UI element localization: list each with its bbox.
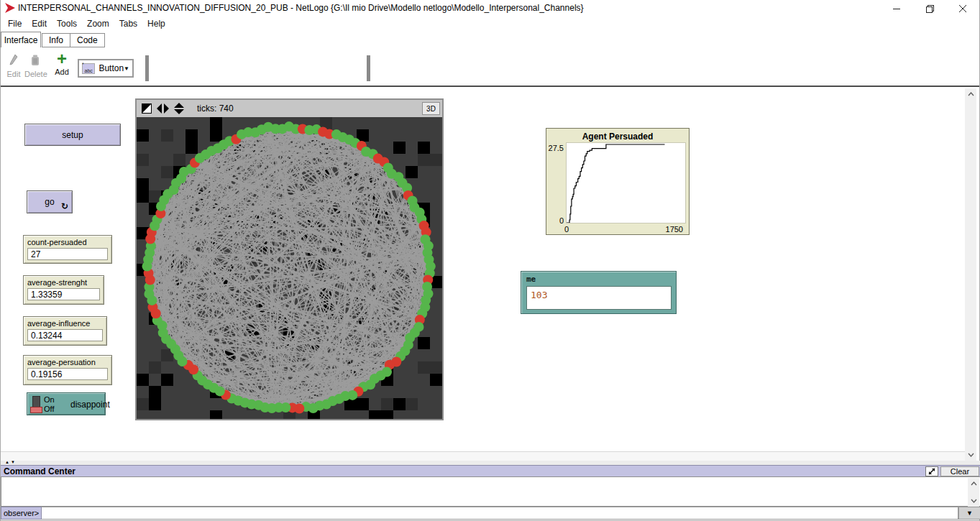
- tab-info[interactable]: Info: [42, 34, 70, 47]
- vertical-scrollbar[interactable]: [965, 88, 976, 461]
- button-widget-icon: *abc: [82, 63, 95, 74]
- scroll-up-icon[interactable]: [965, 88, 976, 100]
- netlogo-logo-icon: [4, 2, 16, 14]
- trash-icon: [30, 54, 40, 67]
- scroll-up-icon[interactable]: [968, 478, 979, 489]
- command-input[interactable]: [42, 507, 958, 520]
- dropdown-arrow-icon: ▼: [966, 510, 973, 517]
- tab-code[interactable]: Code: [70, 34, 104, 47]
- menu-file[interactable]: File: [3, 17, 27, 31]
- observer-prompt-label: observer>: [1, 507, 42, 520]
- monitor-value: 0.13244: [27, 329, 103, 341]
- interface-canvas: setup go ↻ count-persuaded 27 average-st…: [1, 88, 965, 450]
- toolbar-separator: [367, 55, 370, 81]
- edit-widget-button[interactable]: Edit: [4, 54, 24, 78]
- plot-area: [566, 142, 686, 223]
- add-widget-button[interactable]: + Add: [51, 52, 73, 76]
- widget-type-dropdown[interactable]: *abc Button ▼: [78, 59, 134, 78]
- switch-off-label: Off: [44, 405, 55, 414]
- menu-zoom[interactable]: Zoom: [82, 17, 114, 31]
- scroll-down-icon[interactable]: [965, 449, 976, 461]
- command-center-header: Command Center Clear: [1, 465, 980, 476]
- minimize-button[interactable]: [880, 0, 913, 17]
- delete-widget-button[interactable]: Delete: [24, 54, 46, 78]
- x-axis-max-label: 1750: [666, 225, 683, 234]
- setup-button[interactable]: setup: [24, 124, 121, 146]
- switch-knob-off[interactable]: [30, 407, 42, 413]
- menu-tools[interactable]: Tools: [52, 17, 82, 31]
- tab-bar: Interface Info Code: [1, 32, 979, 47]
- resize-corner-icon: [142, 103, 152, 114]
- output-scrollbar[interactable]: [968, 478, 979, 507]
- input-label: me: [526, 275, 536, 284]
- netlogo-window: INTERPERSONAL_CHANNELS_INNOVATION_DIFFUS…: [0, 0, 980, 521]
- plot-title: Agent Persuaded: [546, 132, 689, 142]
- disappoint-switch[interactable]: On Off disappoint: [27, 392, 106, 415]
- clear-button[interactable]: Clear: [940, 466, 979, 476]
- go-button[interactable]: go ↻: [27, 190, 73, 213]
- observer-prompt-row: observer> ▼: [1, 507, 980, 520]
- resize-horizontal-icon: [157, 103, 169, 114]
- divider-handle-icon[interactable]: ▲▼: [5, 460, 17, 464]
- monitor-value: 0.19156: [27, 368, 108, 380]
- monitor-count-persuaded: count-persuaded 27: [23, 235, 112, 264]
- me-input-field[interactable]: [527, 287, 671, 300]
- toolbar: Edit Delete + Add *abc Button ▼ normal s…: [1, 47, 979, 87]
- menu-help[interactable]: Help: [142, 17, 170, 31]
- switch-on-label: On: [44, 395, 55, 405]
- switch-name: disappoint: [70, 400, 110, 410]
- window-title: INTERPERSONAL_CHANNELS_INNOVATION_DIFFUS…: [18, 3, 584, 13]
- agent-type-dropdown[interactable]: ▼: [958, 507, 980, 520]
- expand-icon: [928, 468, 935, 475]
- menu-edit[interactable]: Edit: [27, 17, 52, 31]
- y-axis-max-label: 27.5: [546, 144, 564, 152]
- horizontal-scrollbar[interactable]: [1, 451, 965, 461]
- pencil-icon: [9, 54, 19, 67]
- scroll-down-icon[interactable]: [968, 495, 979, 507]
- ticks-counter: ticks: 740: [197, 103, 234, 114]
- monitor-average-strenght: average-strenght 1.33359: [23, 275, 104, 305]
- menu-tabs[interactable]: Tabs: [114, 17, 142, 31]
- y-axis-min-label: 0: [551, 216, 564, 225]
- world-view: [137, 117, 442, 419]
- world-view-header: ticks: 740 3D: [137, 100, 442, 117]
- tab-interface[interactable]: Interface: [1, 32, 41, 47]
- monitor-average-persuation: average-persuation 0.19156: [23, 355, 112, 385]
- input-field-frame: [526, 286, 672, 310]
- dropdown-arrow-icon: ▼: [124, 65, 129, 72]
- titlebar: INTERPERSONAL_CHANNELS_INNOVATION_DIFFUS…: [1, 0, 979, 16]
- me-input-widget: me: [521, 271, 677, 314]
- tab-group: Info Code: [42, 33, 105, 47]
- monitor-value: 1.33359: [27, 288, 100, 300]
- close-button[interactable]: [946, 0, 979, 17]
- forever-icon: ↻: [61, 201, 68, 211]
- view-3d-button[interactable]: 3D: [422, 102, 440, 115]
- maximize-button[interactable]: [913, 0, 946, 17]
- command-center-output[interactable]: [1, 476, 980, 507]
- toolbar-separator: [145, 55, 149, 81]
- x-axis-min-label: 0: [564, 225, 569, 234]
- expand-command-center-button[interactable]: [925, 466, 938, 476]
- plot-agent-persuaded: Agent Persuaded 27.5 0 0 1750: [546, 128, 690, 235]
- monitor-average-influence: average-influence 0.13244: [23, 316, 107, 346]
- monitor-value: 27: [27, 248, 108, 260]
- menu-bar: File Edit Tools Zoom Tabs Help: [1, 16, 979, 31]
- resize-vertical-icon: [174, 103, 184, 114]
- plus-icon: +: [51, 52, 73, 66]
- command-center-title: Command Center: [4, 466, 75, 476]
- world-view-widget: ticks: 740 3D: [135, 98, 444, 420]
